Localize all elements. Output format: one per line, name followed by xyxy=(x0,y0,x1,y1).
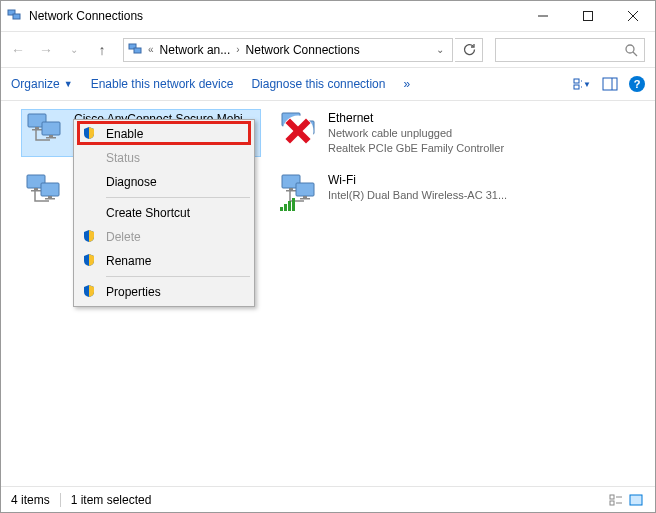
svg-rect-1 xyxy=(13,14,20,19)
adapter-name: Ethernet xyxy=(328,111,504,126)
search-input[interactable] xyxy=(495,38,645,62)
svg-rect-26 xyxy=(610,501,614,505)
enable-device-button[interactable]: Enable this network device xyxy=(91,77,234,91)
refresh-button[interactable] xyxy=(455,38,483,62)
network-adapter-icon xyxy=(280,173,320,209)
close-button[interactable] xyxy=(610,1,655,31)
ctx-properties[interactable]: Properties xyxy=(76,280,252,304)
svg-rect-7 xyxy=(134,48,141,53)
svg-point-8 xyxy=(626,45,634,53)
back-button[interactable]: ← xyxy=(5,37,31,63)
adapter-status: Network cable unplugged xyxy=(328,126,504,141)
ctx-diagnose[interactable]: Diagnose xyxy=(76,170,252,194)
large-icons-view-button[interactable] xyxy=(627,493,645,507)
svg-rect-14 xyxy=(603,78,617,90)
wifi-signal-icon xyxy=(280,198,295,211)
shield-icon xyxy=(82,126,98,142)
content-area: Cisco AnyConnect Secure Mobility Etherne… xyxy=(1,101,655,486)
nav-bar: ← → ⌄ ↑ « Network an... › Network Connec… xyxy=(1,31,655,67)
more-commands[interactable]: » xyxy=(403,77,410,91)
svg-line-9 xyxy=(633,52,637,56)
help-icon[interactable]: ? xyxy=(629,76,645,92)
up-button[interactable]: ↑ xyxy=(89,37,115,63)
forward-button[interactable]: → xyxy=(33,37,59,63)
address-bar[interactable]: « Network an... › Network Connections ⌄ xyxy=(123,38,453,62)
title-bar: Network Connections xyxy=(1,1,655,31)
chevron-right-icon[interactable]: › xyxy=(234,44,241,55)
adapter-name: Wi-Fi xyxy=(328,173,507,188)
adapter-item-wifi[interactable]: Wi-Fi Intel(R) Dual Band Wireless-AC 31.… xyxy=(276,171,516,219)
preview-pane-button[interactable] xyxy=(601,75,619,93)
command-bar: Organize▼ Enable this network device Dia… xyxy=(1,67,655,101)
shield-icon xyxy=(82,253,98,269)
window-title: Network Connections xyxy=(29,9,520,23)
context-menu: Enable Status Diagnose Create Shortcut D… xyxy=(73,119,255,307)
view-options-button[interactable]: ▼ xyxy=(573,75,591,93)
app-icon xyxy=(7,8,23,24)
adapter-device: Intel(R) Dual Band Wireless-AC 31... xyxy=(328,188,507,203)
svg-rect-25 xyxy=(610,495,614,499)
minimize-button[interactable] xyxy=(520,1,565,31)
chevron-down-icon: ▼ xyxy=(64,79,73,89)
address-dropdown-icon[interactable]: ⌄ xyxy=(430,44,450,55)
svg-rect-29 xyxy=(630,495,642,505)
network-adapter-icon xyxy=(280,111,320,147)
svg-rect-11 xyxy=(574,85,579,89)
organize-menu[interactable]: Organize▼ xyxy=(11,77,73,91)
svg-rect-3 xyxy=(583,12,592,21)
separator xyxy=(106,197,250,198)
breadcrumb-seg2[interactable]: Network Connections xyxy=(242,43,364,57)
adapter-device: Realtek PCIe GbE Family Controller xyxy=(328,141,504,155)
adapter-item-ethernet[interactable]: Ethernet Network cable unplugged Realtek… xyxy=(276,109,516,157)
ctx-create-shortcut[interactable]: Create Shortcut xyxy=(76,201,252,225)
status-bar: 4 items 1 item selected xyxy=(1,486,655,512)
unplugged-icon xyxy=(278,113,318,149)
ctx-enable[interactable]: Enable xyxy=(76,122,252,146)
address-icon xyxy=(128,42,144,58)
selection-count: 1 item selected xyxy=(71,493,152,507)
svg-rect-10 xyxy=(574,79,579,83)
recent-dropdown[interactable]: ⌄ xyxy=(61,37,87,63)
diagnose-button[interactable]: Diagnose this connection xyxy=(251,77,385,91)
details-view-button[interactable] xyxy=(607,493,625,507)
shield-icon xyxy=(82,284,98,300)
ctx-delete: Delete xyxy=(76,225,252,249)
ctx-rename[interactable]: Rename xyxy=(76,249,252,273)
separator xyxy=(60,493,61,507)
separator xyxy=(106,276,250,277)
network-adapter-icon xyxy=(25,173,65,209)
item-count: 4 items xyxy=(11,493,50,507)
shield-icon xyxy=(82,229,98,245)
breadcrumb-sep-icon: « xyxy=(146,44,156,55)
maximize-button[interactable] xyxy=(565,1,610,31)
network-adapter-icon xyxy=(26,112,66,148)
ctx-status: Status xyxy=(76,146,252,170)
breadcrumb-seg1[interactable]: Network an... xyxy=(156,43,235,57)
